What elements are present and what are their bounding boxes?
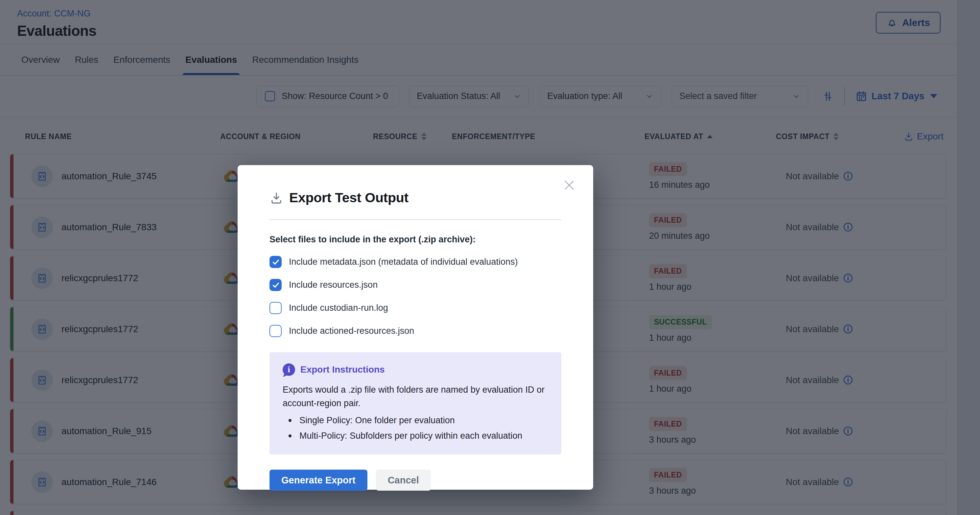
checkbox[interactable] [269,325,282,337]
close-icon[interactable] [562,178,576,192]
instructions-title: Export Instructions [301,364,385,375]
export-modal: Export Test Output Select files to inclu… [238,165,593,489]
instruction-bullet: Single Policy: One folder per evaluation [283,414,548,427]
export-options: Include metadata.json (metadata of indiv… [269,256,561,337]
instruction-bullet: Multi-Policy: Subfolders per policy with… [283,429,548,442]
checkbox[interactable] [269,279,282,291]
select-files-label: Select files to include in the export (.… [269,234,561,245]
instructions-bullets: Single Policy: One folder per evaluation… [283,414,548,442]
info-bubble-icon: i [283,364,295,376]
export-option[interactable]: Include custodian-run.log [269,302,561,314]
modal-divider [269,219,561,220]
export-option-label: Include resources.json [289,280,378,290]
export-option[interactable]: Include metadata.json (metadata of indiv… [269,256,561,268]
checkbox[interactable] [269,302,282,314]
export-option-label: Include metadata.json (metadata of indiv… [289,257,518,267]
checkbox[interactable] [269,256,282,268]
generate-export-button[interactable]: Generate Export [269,470,368,491]
export-option-label: Include actioned-resources.json [289,326,414,336]
export-option-label: Include custodian-run.log [289,303,388,313]
instructions-body: Exports would a .zip file with folders a… [283,383,548,410]
cancel-button[interactable]: Cancel [376,470,431,491]
export-option[interactable]: Include resources.json [269,279,561,291]
export-option[interactable]: Include actioned-resources.json [269,325,561,337]
modal-title: Export Test Output [289,190,409,206]
export-instructions-box: i Export Instructions Exports would a .z… [269,352,561,454]
download-icon [269,191,283,205]
